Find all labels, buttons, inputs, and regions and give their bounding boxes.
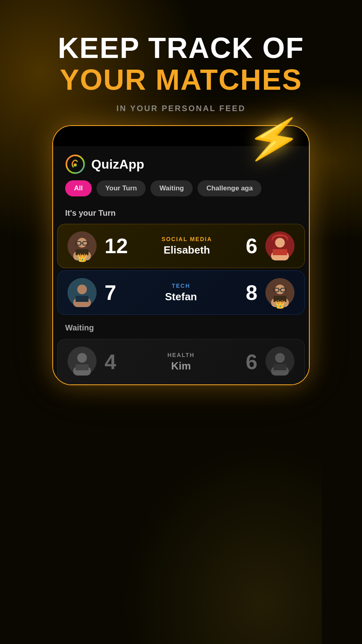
player-crown-1: 👑	[77, 253, 87, 262]
player-avatar-1: 👑	[68, 231, 97, 260]
svg-rect-16	[76, 296, 88, 302]
page-container: KEEP TRACK OF YOUR MATCHES IN YOUR PERSO…	[0, 0, 362, 644]
svg-point-29	[275, 353, 285, 363]
tab-waiting[interactable]: Waiting	[150, 180, 193, 196]
match-opponent-name-2: Stefan	[124, 291, 238, 303]
app-name: QuizApp	[91, 157, 144, 172]
match-category-1: SOCIAL MEDIA	[136, 236, 238, 242]
svg-rect-12	[273, 249, 287, 255]
waiting-section: Waiting	[53, 317, 309, 336]
match-opponent-name-1: Elisabeth	[136, 244, 238, 256]
opponent-score-1: 6	[246, 234, 257, 258]
match-card-social-media[interactable]: 👑 12 SOCIAL MEDIA Elisabeth 6	[57, 224, 305, 268]
opponent-score-3: 6	[246, 350, 257, 374]
player-avatar-image-2	[68, 278, 97, 307]
opponent-avatar-3	[265, 347, 294, 377]
svg-point-25	[77, 353, 87, 363]
player-score-3: 4	[105, 350, 116, 374]
svg-rect-27	[76, 364, 88, 370]
match-card-health[interactable]: 4 HEALTH Kim 6	[57, 339, 305, 384]
match-category-3: HEALTH	[124, 352, 238, 358]
filter-tabs: All Your Turn Waiting Challenge aga	[53, 180, 309, 204]
svg-point-1	[74, 163, 77, 167]
app-content: QuizApp All Your Turn Waiting Challenge …	[53, 126, 309, 384]
lightning-bolt-icon: ⚡	[243, 109, 306, 169]
phone-wrapper: ⚡	[52, 125, 310, 385]
svg-point-10	[275, 238, 285, 248]
match-card-tech[interactable]: 7 TECH Stefan 8	[57, 270, 305, 315]
opponent-avatar-image-1	[265, 231, 294, 260]
svg-point-14	[77, 285, 87, 294]
player-score-2: 7	[105, 281, 116, 305]
app-logo	[65, 154, 85, 174]
tab-all[interactable]: All	[65, 180, 92, 196]
svg-rect-31	[274, 364, 286, 370]
opponent-avatar-2: 👑	[265, 278, 294, 307]
match-info-1: SOCIAL MEDIA Elisabeth	[136, 236, 238, 256]
tab-your-turn[interactable]: Your Turn	[97, 180, 146, 196]
player-score-1: 12	[105, 234, 128, 258]
section-your-turn-label: It's your Turn	[53, 204, 309, 224]
bg-glow-bottom	[121, 443, 322, 644]
title-line2: YOUR MATCHES	[58, 64, 304, 96]
opponent-crown-2: 👑	[275, 299, 285, 309]
player-avatar-3	[68, 347, 97, 377]
tab-challenge-again[interactable]: Challenge aga	[197, 180, 261, 196]
match-info-3: HEALTH Kim	[124, 352, 238, 372]
player-avatar-2	[68, 278, 97, 307]
match-opponent-name-3: Kim	[124, 360, 238, 372]
opponent-avatar-1	[265, 231, 294, 260]
opponent-score-2: 8	[246, 281, 257, 305]
match-category-2: TECH	[124, 283, 238, 289]
header-section: KEEP TRACK OF YOUR MATCHES IN YOUR PERSO…	[58, 32, 304, 113]
waiting-label: Waiting	[65, 323, 297, 332]
match-info-2: TECH Stefan	[124, 283, 238, 303]
title-line1: KEEP TRACK OF	[58, 32, 304, 64]
